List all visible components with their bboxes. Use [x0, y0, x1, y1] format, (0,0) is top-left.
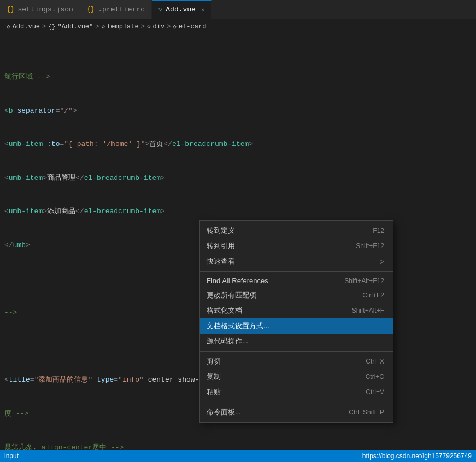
menu-separator — [200, 271, 393, 272]
vue-icon: ▽ — [158, 5, 162, 14]
breadcrumb-div: div — [153, 23, 165, 31]
menu-separator-2 — [200, 351, 393, 352]
menu-goto-reference[interactable]: 转到引用 Shift+F12 — [200, 238, 393, 254]
menu-item-label: 更改所有匹配项 — [207, 290, 256, 300]
tab-addvue[interactable]: ▽ Add.vue ✕ — [152, 0, 211, 19]
menu-item-label: 格式化文档 — [207, 306, 242, 315]
menu-item-label: Find All References — [207, 277, 268, 285]
menu-item-shortcut: F12 — [373, 227, 384, 235]
status-input[interactable]: input — [4, 452, 19, 460]
menu-paste[interactable]: 粘贴 Ctrl+V — [200, 384, 393, 400]
menu-cut[interactable]: 剪切 Ctrl+X — [200, 354, 393, 369]
menu-item-label: 命令面板... — [207, 407, 241, 417]
breadcrumb-file: Add.vue — [13, 23, 40, 31]
breadcrumb-name: "Add.vue" — [57, 23, 93, 31]
tab-bar: {} settings.json {} .prettierrc ▽ Add.vu… — [0, 0, 476, 19]
menu-source-action[interactable]: 源代码操作... — [200, 334, 393, 349]
menu-item-shortcut: Ctrl+Shift+P — [349, 408, 384, 416]
breadcrumb-template: template — [107, 23, 139, 31]
menu-format-doc-with[interactable]: 文档格式设置方式... — [200, 318, 393, 334]
code-line: 航行区域 --> — [0, 72, 476, 83]
menu-item-label: 文档格式设置方式... — [207, 321, 269, 331]
menu-find-all-refs[interactable]: Find All References Shift+Alt+F12 — [200, 274, 393, 288]
menu-item-shortcut: Shift+Alt+F12 — [344, 277, 384, 285]
menu-item-shortcut: Shift+F12 — [356, 242, 384, 250]
menu-item-shortcut: Ctrl+V — [366, 388, 384, 396]
json-icon-2: {} — [87, 5, 95, 13]
code-line: <umb-item>添加商品</el-breadcrumb-item> — [0, 207, 476, 218]
menu-item-shortcut: Ctrl+F2 — [362, 291, 384, 299]
menu-format-doc[interactable]: 格式化文档 Shift+Alt+F — [200, 303, 393, 318]
menu-item-label: 粘贴 — [207, 387, 221, 397]
menu-command-palette[interactable]: 命令面板... Ctrl+Shift+P — [200, 405, 393, 420]
tab-settings[interactable]: {} settings.json — [0, 0, 80, 19]
status-bar: input https://blog.csdn.net/lgh157792567… — [0, 450, 476, 462]
menu-item-label: 源代码操作... — [207, 336, 248, 346]
menu-goto-definition[interactable]: 转到定义 F12 — [200, 223, 393, 238]
menu-copy[interactable]: 复制 Ctrl+C — [200, 369, 393, 384]
status-url[interactable]: https://blog.csdn.net/lgh15779256749 — [362, 452, 472, 460]
menu-item-label: 转到定义 — [207, 226, 235, 236]
breadcrumb-elcard: el-card — [179, 23, 206, 31]
menu-separator-3 — [200, 402, 393, 402]
tab-prettierrc[interactable]: {} .prettierrc — [80, 0, 152, 19]
menu-item-label: 转到引用 — [207, 241, 235, 251]
menu-item-shortcut: Ctrl+X — [366, 358, 384, 365]
code-line: <umb-item>商品管理</el-breadcrumb-item> — [0, 173, 476, 184]
menu-item-shortcut: Shift+Alt+F — [352, 307, 384, 314]
menu-peek[interactable]: 快速查看 > — [200, 254, 393, 269]
code-line: <b separator="/"> — [0, 106, 476, 116]
status-right: https://blog.csdn.net/lgh15779256749 — [362, 452, 472, 460]
menu-item-label: 快速查看 — [207, 256, 235, 266]
close-tab-button[interactable]: ✕ — [201, 6, 205, 13]
breadcrumb-tag-icon3: ◇ — [173, 23, 177, 30]
menu-item-label: 剪切 — [207, 356, 221, 366]
context-menu: 转到定义 F12 转到引用 Shift+F12 快速查看 > Find All … — [199, 220, 393, 423]
submenu-arrow-icon: > — [380, 258, 384, 266]
menu-change-all[interactable]: 更改所有匹配项 Ctrl+F2 — [200, 288, 393, 303]
code-line: <umb-item :to="{ path: '/home' }">首页</el… — [0, 139, 476, 150]
breadcrumb-tag-icon2: ◇ — [147, 23, 151, 30]
menu-item-label: 复制 — [207, 372, 221, 382]
breadcrumb-vue-icon: ◇ — [7, 23, 10, 30]
menu-item-shortcut: Ctrl+C — [366, 373, 384, 381]
breadcrumb: ◇ Add.vue > {} "Add.vue" > ◇ template > … — [0, 19, 476, 34]
status-left: input — [4, 452, 19, 460]
editor-area[interactable]: 航行区域 --> <b separator="/"> <umb-item :to… — [0, 34, 476, 462]
breadcrumb-curly-icon: {} — [48, 24, 55, 30]
json-icon: {} — [7, 5, 14, 13]
breadcrumb-tag-icon1: ◇ — [101, 23, 105, 30]
